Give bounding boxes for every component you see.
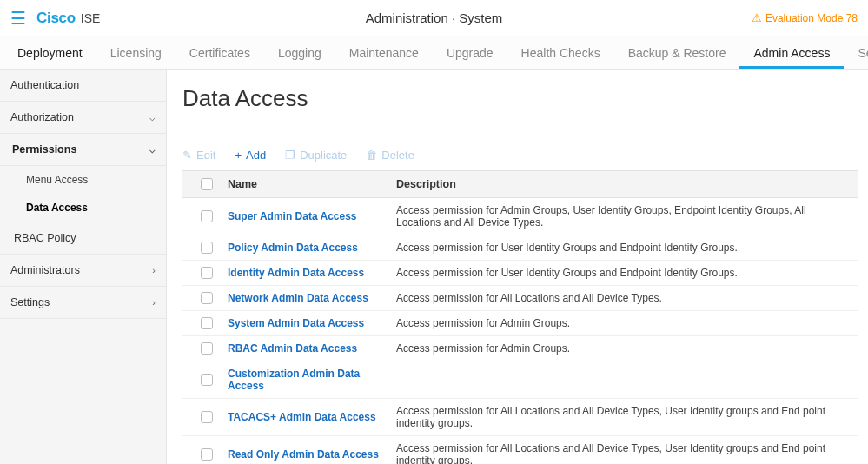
- row-name-cell: Network Admin Data Access: [222, 292, 396, 304]
- button-label: Delete: [381, 149, 414, 162]
- add-button[interactable]: + Add: [235, 149, 266, 162]
- row-name-link[interactable]: Network Admin Data Access: [228, 292, 368, 304]
- evaluation-text: Evaluation Mode 78: [765, 12, 858, 24]
- row-name-link[interactable]: System Admin Data Access: [228, 317, 364, 329]
- tab-settings[interactable]: Settings: [844, 36, 868, 69]
- row-name-link[interactable]: Super Admin Data Access: [228, 210, 357, 222]
- row-checkbox-cell: [191, 292, 222, 304]
- row-checkbox[interactable]: [201, 292, 213, 304]
- column-header-description[interactable]: Description: [396, 178, 849, 190]
- delete-button[interactable]: 🗑 Delete: [366, 149, 414, 162]
- table-row: RBAC Admin Data AccessAccess permission …: [182, 336, 858, 361]
- sidebar-item-permissions[interactable]: Permissions ⌵: [0, 134, 166, 166]
- row-checkbox[interactable]: [201, 242, 213, 254]
- menu-icon[interactable]: ☰: [10, 8, 26, 29]
- row-name-link[interactable]: Customization Admin Data Access: [228, 368, 360, 392]
- sidebar-item-settings[interactable]: Settings ›: [0, 287, 166, 319]
- row-checkbox[interactable]: [201, 317, 213, 329]
- edit-button[interactable]: ✎ Edit: [182, 149, 215, 162]
- toolbar: ✎ Edit + Add ❐ Duplicate 🗑 Delete: [182, 149, 858, 162]
- tab-logging[interactable]: Logging: [264, 36, 335, 69]
- row-checkbox-cell: [191, 448, 222, 461]
- tab-licensing[interactable]: Licensing: [96, 36, 176, 69]
- sidebar-label: Authorization: [10, 111, 74, 123]
- row-name-link[interactable]: Identity Admin Data Access: [228, 267, 364, 279]
- row-checkbox[interactable]: [201, 374, 213, 386]
- row-name-link[interactable]: Read Only Admin Data Access: [228, 448, 379, 461]
- sidebar-label: Data Access: [26, 202, 88, 214]
- evaluation-banner[interactable]: ⚠ Evaluation Mode 78: [752, 11, 858, 24]
- row-checkbox[interactable]: [201, 411, 213, 423]
- button-label: Edit: [196, 149, 215, 162]
- column-header-name[interactable]: Name: [222, 178, 396, 190]
- table-row: Network Admin Data AccessAccess permissi…: [182, 286, 858, 311]
- row-name-link[interactable]: Policy Admin Data Access: [228, 242, 358, 254]
- chevron-down-icon: ⌵: [149, 112, 156, 123]
- tab-maintenance[interactable]: Maintenance: [335, 36, 433, 69]
- tab-health-checks[interactable]: Health Checks: [507, 36, 614, 69]
- button-label: Duplicate: [300, 149, 347, 162]
- sidebar-label: Administrators: [10, 264, 80, 276]
- sidebar: Authentication Authorization ⌵ Permissio…: [0, 70, 167, 464]
- row-description: Access permission for Admin Groups.: [396, 317, 849, 329]
- row-checkbox[interactable]: [201, 210, 213, 222]
- row-name-cell: Identity Admin Data Access: [222, 267, 396, 279]
- row-checkbox[interactable]: [201, 448, 213, 461]
- sidebar-label: Menu Access: [26, 174, 88, 186]
- table-row: Identity Admin Data AccessAccess permiss…: [182, 261, 858, 286]
- table-header: Name Description: [182, 170, 858, 198]
- row-name-cell: TACACS+ Admin Data Access: [222, 411, 396, 423]
- row-description: Access permission for All Locations and …: [396, 292, 849, 304]
- brand-logo[interactable]: Cisco: [36, 10, 76, 27]
- tab-admin-access[interactable]: Admin Access: [739, 36, 844, 69]
- main-content: Data Access ✎ Edit + Add ❐ Duplicate 🗑 D…: [167, 70, 868, 464]
- row-name-cell: Read Only Admin Data Access: [222, 448, 396, 461]
- row-checkbox-cell: [191, 210, 222, 222]
- tab-certificates[interactable]: Certificates: [176, 36, 264, 69]
- sidebar-item-menu-access[interactable]: Menu Access: [0, 166, 166, 194]
- row-name-link[interactable]: RBAC Admin Data Access: [228, 342, 357, 355]
- row-checkbox[interactable]: [201, 342, 213, 355]
- table-row: Read Only Admin Data AccessAccess permis…: [182, 436, 858, 464]
- row-checkbox[interactable]: [201, 267, 213, 279]
- row-name-cell: Customization Admin Data Access: [222, 368, 396, 392]
- sidebar-item-administrators[interactable]: Administrators ›: [0, 255, 166, 287]
- row-checkbox-cell: [191, 374, 222, 386]
- sidebar-label: Permissions: [12, 143, 76, 156]
- row-description: Access permission for Admin Groups, User…: [396, 204, 849, 229]
- duplicate-button[interactable]: ❐ Duplicate: [285, 149, 347, 162]
- sidebar-item-authorization[interactable]: Authorization ⌵: [0, 102, 166, 134]
- row-description: Access permission for All Locations and …: [396, 405, 849, 429]
- row-description: Access permission for Admin Groups.: [396, 342, 849, 355]
- row-name-link[interactable]: TACACS+ Admin Data Access: [228, 411, 376, 423]
- top-header: ☰ Cisco ISE Administration · System ⚠ Ev…: [0, 0, 868, 36]
- row-checkbox-cell: [191, 342, 222, 355]
- sidebar-item-authentication[interactable]: Authentication: [0, 70, 166, 102]
- table-row: System Admin Data AccessAccess permissio…: [182, 311, 858, 336]
- select-all-cell: [191, 178, 222, 190]
- row-description: Access permission for All Locations and …: [396, 442, 849, 464]
- sidebar-item-rbac-policy[interactable]: RBAC Policy: [0, 222, 166, 255]
- chevron-down-icon: ⌵: [149, 144, 156, 156]
- plus-icon: +: [235, 149, 242, 162]
- breadcrumb: Administration · System: [366, 10, 503, 25]
- row-name-cell: RBAC Admin Data Access: [222, 342, 396, 355]
- table-row: Policy Admin Data AccessAccess permissio…: [182, 235, 858, 261]
- button-label: Add: [246, 149, 266, 162]
- page-title: Data Access: [182, 85, 858, 112]
- row-checkbox-cell: [191, 267, 222, 279]
- copy-icon: ❐: [285, 149, 295, 162]
- row-checkbox-cell: [191, 317, 222, 329]
- sidebar-item-data-access[interactable]: Data Access: [0, 194, 166, 222]
- sidebar-label: Authentication: [10, 79, 79, 91]
- tab-upgrade[interactable]: Upgrade: [433, 36, 507, 69]
- table-row: Super Admin Data AccessAccess permission…: [182, 198, 858, 235]
- row-name-cell: Policy Admin Data Access: [222, 242, 396, 254]
- select-all-checkbox[interactable]: [201, 178, 213, 190]
- trash-icon: 🗑: [366, 149, 377, 162]
- row-description: Access permission for User Identity Grou…: [396, 242, 849, 254]
- tab-deployment[interactable]: Deployment: [3, 36, 96, 69]
- tab-backup-restore[interactable]: Backup & Restore: [614, 36, 740, 69]
- table-row: Customization Admin Data Access: [182, 361, 858, 399]
- tab-bar: DeploymentLicensingCertificatesLoggingMa…: [0, 36, 868, 70]
